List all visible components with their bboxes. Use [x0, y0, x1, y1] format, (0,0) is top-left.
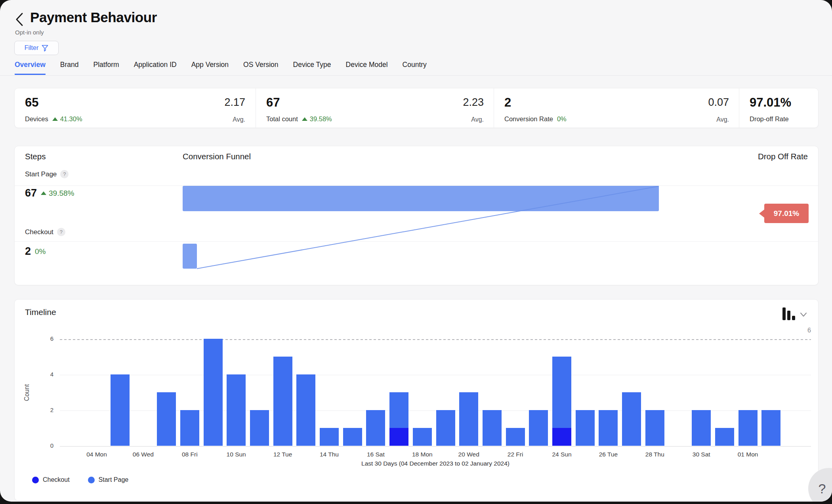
back-button[interactable]: [13, 12, 25, 28]
timeline-bar-start-page[interactable]: [111, 374, 130, 446]
x-tick-label: 18 Mon: [403, 451, 442, 458]
timeline-bar-checkout[interactable]: [552, 428, 571, 446]
funnel-icon: [42, 45, 48, 52]
y-tick-label: 6: [38, 335, 53, 342]
tab-overview[interactable]: Overview: [15, 61, 46, 75]
timeline-bar-start-page[interactable]: [320, 428, 339, 446]
y-axis-label: Count: [23, 384, 31, 401]
timeline-bar-start-page[interactable]: [738, 410, 758, 446]
timeline-bar-start-page[interactable]: [250, 410, 269, 446]
timeline-bar-start-page[interactable]: [599, 410, 618, 446]
app-window: Payment Behaviour Opt-in only Filter Ove…: [0, 0, 832, 502]
timeline-bar-start-page[interactable]: [227, 374, 246, 446]
x-tick-label: 20 Wed: [449, 451, 489, 458]
legend-dot: [88, 477, 95, 483]
y-tick-label: 2: [38, 407, 53, 413]
tab-country[interactable]: Country: [403, 61, 427, 75]
timeline-bar-start-page[interactable]: [529, 410, 548, 446]
stat-avg-label: Avg.: [233, 116, 245, 123]
timeline-bar-start-page[interactable]: [715, 428, 734, 446]
x-tick-label: 12 Tue: [263, 451, 303, 458]
timeline-bar-start-page[interactable]: [761, 410, 780, 446]
legend-item-checkout[interactable]: Checkout: [32, 476, 70, 483]
y-tick-label: 0: [38, 442, 53, 449]
help-icon[interactable]: ?: [57, 228, 65, 236]
timeline-bar-start-page[interactable]: [459, 392, 478, 446]
tab-device-type[interactable]: Device Type: [293, 61, 331, 75]
page-subtitle: Opt-in only: [15, 29, 44, 36]
conversion-funnel-card: Steps Conversion Funnel Drop Off Rate St…: [14, 146, 819, 285]
stat-label: Total count: [266, 115, 298, 123]
timeline-bar-start-page[interactable]: [552, 357, 571, 428]
stat-card-dropoff-rate: 97.01% Drop-off Rate: [739, 88, 819, 128]
timeline-bar-start-page[interactable]: [436, 410, 455, 446]
x-tick-label: 01 Mon: [728, 451, 768, 458]
gridline-6: [60, 339, 811, 340]
stat-card-total-count: 67 Total count 39.58% 2.23 Avg.: [256, 88, 494, 128]
legend-label: Checkout: [43, 476, 70, 483]
tab-application-id[interactable]: Application ID: [134, 61, 177, 75]
funnel-bar-checkout[interactable]: [183, 244, 197, 269]
x-tick-label: 16 Sat: [356, 451, 395, 458]
x-tick-label: 04 Mon: [77, 451, 116, 458]
step-label-start-page: Start Page ?: [25, 170, 69, 178]
tab-app-version[interactable]: App Version: [191, 61, 229, 75]
timeline-bar-start-page[interactable]: [180, 410, 199, 446]
help-icon[interactable]: ?: [60, 170, 69, 178]
timeline-bar-start-page[interactable]: [204, 339, 223, 446]
timeline-bar-start-page[interactable]: [157, 392, 176, 446]
step-value-start-page: 67 39.58%: [25, 187, 74, 199]
stat-value: 65: [25, 95, 38, 110]
timeline-bar-start-page[interactable]: [622, 392, 641, 446]
stat-label: Drop-off Rate: [750, 115, 789, 123]
timeline-bar-start-page[interactable]: [576, 410, 595, 446]
timeline-bar-start-page[interactable]: [506, 428, 525, 446]
timeline-bar-start-page[interactable]: [296, 374, 315, 446]
timeline-bar-start-page[interactable]: [343, 428, 362, 446]
timeline-bar-start-page[interactable]: [413, 428, 432, 446]
x-tick-label: 28 Thu: [635, 451, 675, 458]
tab-platform[interactable]: Platform: [94, 61, 119, 75]
funnel-chart-title: Conversion Funnel: [183, 152, 251, 161]
stat-avg-value: 2.23: [463, 96, 484, 109]
right-axis-max-label: 6: [807, 327, 811, 334]
timeline-bar-start-page[interactable]: [389, 392, 408, 428]
funnel-steps-title: Steps: [25, 152, 46, 161]
x-tick-label: 30 Sat: [681, 451, 721, 458]
legend-item-start-page[interactable]: Start Page: [88, 476, 129, 483]
stat-avg-value: 2.17: [224, 96, 245, 109]
timeline-bar-start-page[interactable]: [645, 410, 664, 446]
filter-button[interactable]: Filter: [14, 41, 59, 55]
tab-bar: OverviewBrandPlatformApplication IDApp V…: [15, 61, 427, 75]
tab-device-model[interactable]: Device Model: [346, 61, 388, 75]
step-label-checkout: Checkout ?: [25, 228, 65, 236]
chart-type-selector[interactable]: [782, 304, 822, 320]
stat-delta: 39.58%: [302, 115, 332, 123]
timeline-plot: Count 6 642004 Mon06 Wed08 Fri10 Sun12 T…: [60, 339, 811, 446]
stat-value: 2: [504, 95, 511, 110]
stat-delta: 41.30%: [52, 115, 82, 123]
dropoff-badge: 97.01%: [764, 204, 809, 223]
x-tick-label: 24 Sun: [542, 451, 582, 458]
timeline-bar-start-page[interactable]: [273, 357, 292, 446]
tab-brand[interactable]: Brand: [60, 61, 79, 75]
funnel-connector-line: [15, 146, 818, 285]
chevron-down-icon: [800, 312, 807, 317]
stat-card-conversion-rate: 2 Conversion Rate 0% 0.07 Avg.: [494, 88, 739, 128]
timeline-bar-start-page[interactable]: [692, 410, 711, 446]
tab-os-version[interactable]: OS Version: [243, 61, 279, 75]
x-tick-label: 14 Thu: [309, 451, 349, 458]
timeline-bar-start-page[interactable]: [483, 410, 502, 446]
bar-chart-icon: [782, 307, 795, 320]
timeline-bar-checkout[interactable]: [389, 428, 408, 446]
timeline-bar-start-page[interactable]: [366, 410, 385, 446]
step-value-checkout: 2 0%: [25, 245, 46, 258]
row-divider: [15, 241, 818, 242]
funnel-bar-start-page[interactable]: [183, 186, 659, 211]
gridline-4: [60, 375, 811, 375]
badge-arrow-left-icon: [759, 209, 765, 218]
triangle-up-icon: [302, 117, 307, 121]
stat-label: Conversion Rate: [504, 115, 553, 123]
x-tick-label: 26 Tue: [588, 451, 628, 458]
stat-card-devices: 65 Devices 41.30% 2.17 Avg.: [15, 88, 256, 128]
